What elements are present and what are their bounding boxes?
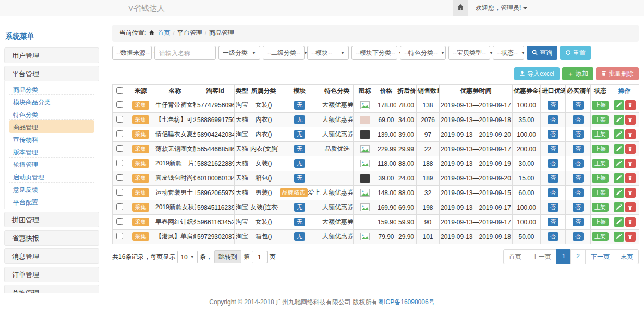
price-cell: 39.00 <box>376 171 396 186</box>
page-button-1[interactable]: 1 <box>556 249 572 264</box>
filter-controls: --数据来源--▼一级分类▼--二级分类--▼--模块--▼--模块下分类--▼… <box>112 46 524 60</box>
delete-button[interactable] <box>625 173 636 183</box>
coupon-time-cell: 2019-09-13—2019-09-18 <box>440 113 513 127</box>
row-checkbox[interactable] <box>116 174 123 181</box>
sidebar-item-版本管理[interactable]: 版本管理 <box>9 145 94 158</box>
row-checkbox[interactable] <box>116 145 123 152</box>
breadcrumb-prefix: 当前位置: <box>119 29 146 38</box>
sidebar-item-启动页管理[interactable]: 启动页管理 <box>9 170 94 183</box>
page-number-input[interactable] <box>252 251 268 263</box>
delete-button[interactable] <box>625 232 636 242</box>
delete-button[interactable] <box>625 202 636 212</box>
category-cell: 箱包() <box>249 230 278 244</box>
delete-button[interactable] <box>625 144 636 154</box>
sidebar-item-特色分类[interactable]: 特色分类 <box>9 107 94 120</box>
row-checkbox[interactable] <box>116 130 123 137</box>
coupon-time-cell: 2019-09-13—2019-09-15 <box>440 186 513 200</box>
edit-button[interactable] <box>614 100 624 110</box>
edit-button[interactable] <box>614 188 624 198</box>
import-excel-button[interactable]: 导入excel <box>514 67 560 80</box>
taoke-id-cell: 597293020870 <box>196 230 235 244</box>
level1-category-filter-select[interactable]: 一级分类▼ <box>218 46 260 60</box>
add-button[interactable]: ＋ 添加 <box>562 67 593 80</box>
module-cell: 品牌精选爱上运动 <box>278 186 321 200</box>
edit-button[interactable] <box>614 232 624 242</box>
delete-button[interactable] <box>625 217 636 227</box>
level2-category-filter-select[interactable]: --二级分类--▼ <box>263 46 305 60</box>
edit-button[interactable] <box>614 173 624 183</box>
breadcrumb-home-link[interactable]: 首页 <box>157 29 170 38</box>
home-button[interactable] <box>453 0 468 16</box>
sales-cell: 198 <box>417 200 440 215</box>
reset-button[interactable]: 重置 <box>560 46 591 60</box>
sidebar-item-平台配置[interactable]: 平台配置 <box>9 195 94 208</box>
delete-button[interactable] <box>625 100 636 110</box>
row-checkbox[interactable] <box>116 101 123 108</box>
edit-button[interactable] <box>614 217 624 227</box>
checkbox-cell <box>113 186 127 200</box>
item-type-filter-select[interactable]: --宝贝类型--▼ <box>448 46 490 60</box>
user-menu[interactable]: 欢迎您，管理员! <box>468 0 534 16</box>
feature-category-filter-select[interactable]: --特色分类--▼ <box>400 46 446 60</box>
page-button-2[interactable]: 2 <box>570 249 586 264</box>
coupon-time-cell: 2019-09-13—2019-09-20 <box>440 171 513 186</box>
sidebar-group-消息管理[interactable]: 消息管理 <box>4 248 99 264</box>
delete-button[interactable] <box>625 188 636 198</box>
row-checkbox[interactable] <box>116 189 123 196</box>
sidebar-item-意见反馈[interactable]: 意见反馈 <box>9 183 94 195</box>
page-button-末页[interactable]: 末页 <box>615 249 639 264</box>
module-filter-select[interactable]: --模块--▼ <box>307 46 349 60</box>
sidebar-group-平台管理[interactable]: 平台管理 <box>4 66 99 81</box>
status-cell: 上架 <box>591 98 610 113</box>
sidebar-group-用户管理[interactable]: 用户管理 <box>4 47 99 63</box>
status-cell: 上架 <box>591 156 610 171</box>
import-optional-cell: 否 <box>541 113 566 127</box>
top-navbar: V省钱达人 欢迎您，管理员! <box>0 0 644 16</box>
sidebar-item-商品分类[interactable]: 商品分类 <box>9 82 94 95</box>
delete-button[interactable] <box>625 159 636 168</box>
source-cell: 采集 <box>127 186 154 200</box>
module-cell: 无 <box>278 230 321 244</box>
sidebar-group-订单管理[interactable]: 订单管理 <box>4 267 99 282</box>
sidebar-item-商品管理[interactable]: 商品管理 <box>9 120 94 133</box>
edit-button[interactable] <box>614 202 624 212</box>
page-button-上一页[interactable]: 上一页 <box>527 249 557 264</box>
row-checkbox[interactable] <box>116 160 123 166</box>
type-cell: 淘宝 <box>235 215 249 230</box>
page-button-首页[interactable]: 首页 <box>503 249 527 264</box>
row-checkbox[interactable] <box>116 218 123 225</box>
row-checkbox[interactable] <box>116 116 123 123</box>
edit-button[interactable] <box>614 144 624 154</box>
module-subcategory-filter-select[interactable]: --模块下分类--▼ <box>351 46 397 60</box>
data-source-filter-select[interactable]: --数据来源--▼ <box>112 46 152 60</box>
status-cell: 上架 <box>591 142 610 156</box>
edit-button[interactable] <box>614 115 624 125</box>
edit-button[interactable] <box>614 159 624 168</box>
sidebar-group-拼团管理[interactable]: 拼团管理 <box>4 212 99 227</box>
batch-delete-button[interactable]: 批量删除 <box>596 67 639 80</box>
status-filter-select[interactable]: --状态--▼ <box>493 46 524 60</box>
sidebar-item-轮播管理[interactable]: 轮播管理 <box>9 158 94 170</box>
row-checkbox[interactable] <box>116 233 123 239</box>
table-row: 采集真皮钱包时尚优雅女士...601000601341天猫箱包()无39.002… <box>113 171 639 186</box>
sidebar-group-省惠快报[interactable]: 省惠快报 <box>4 230 99 246</box>
name-filter-input[interactable] <box>154 46 216 60</box>
search-button[interactable]: 查询 <box>527 46 557 60</box>
edit-button[interactable] <box>614 129 624 139</box>
page-button-下一页[interactable]: 下一页 <box>585 249 615 264</box>
status-cell: 上架 <box>591 171 610 186</box>
row-checkbox[interactable] <box>116 203 123 210</box>
delete-button[interactable] <box>625 115 636 125</box>
per-page-select[interactable]: 10▼ <box>177 251 197 263</box>
icp-link[interactable]: 粤ICP备16098006号 <box>378 298 434 306</box>
sidebar-item-宣传物料[interactable]: 宣传物料 <box>9 133 94 145</box>
image-placeholder-icon <box>360 233 370 241</box>
must-buy-badge: 否 <box>573 145 584 153</box>
sales-cell: 90 <box>417 215 440 230</box>
table-row: 采集薄款无钢圈文胸聚拢性...565446685867天猫内衣(文胸)无品质优选… <box>113 142 639 156</box>
sidebar-item-模块商品分类[interactable]: 模块商品分类 <box>9 95 94 107</box>
jump-button[interactable]: 跳转到 <box>214 250 241 263</box>
select-all-checkbox[interactable] <box>116 87 123 94</box>
delete-button[interactable] <box>625 129 636 139</box>
page-suffix: 页 <box>270 252 276 261</box>
